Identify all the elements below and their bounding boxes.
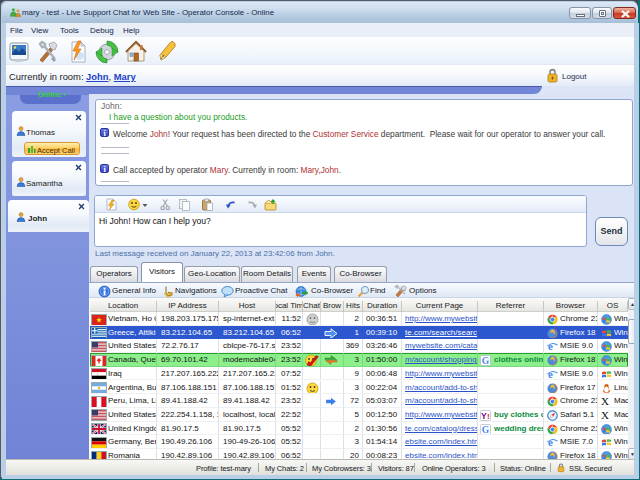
svg-text:!: ! [487,412,490,421]
svg-text:e: e [548,341,553,352]
svg-text:e: e [548,369,553,380]
svg-text:G: G [482,424,490,434]
svg-text:e: e [548,437,553,448]
svg-text:G: G [482,356,490,366]
